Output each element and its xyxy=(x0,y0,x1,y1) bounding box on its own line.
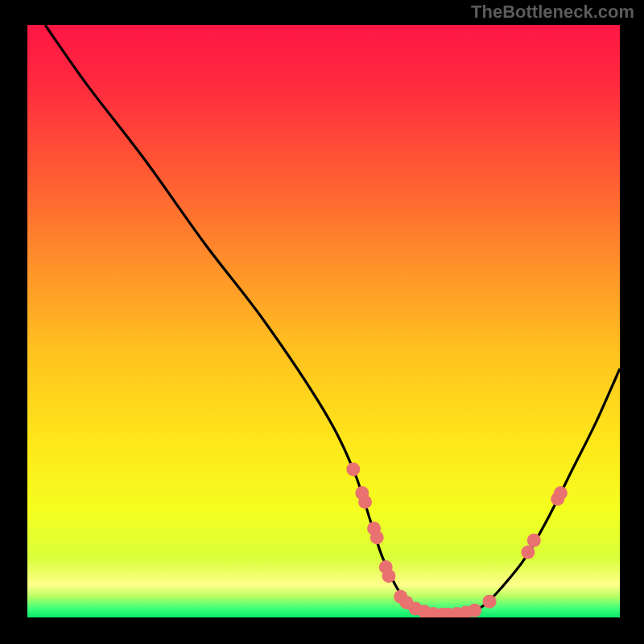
data-marker xyxy=(483,595,497,609)
data-marker xyxy=(382,569,395,583)
gradient-rect xyxy=(27,25,620,617)
watermark-label: TheBottleneck.com xyxy=(471,2,634,23)
chart-root: TheBottleneck.com xyxy=(0,0,644,644)
chart-svg xyxy=(27,25,620,617)
data-marker xyxy=(358,495,372,509)
data-marker xyxy=(370,530,384,544)
data-marker xyxy=(468,604,481,617)
data-marker xyxy=(521,546,535,559)
data-marker xyxy=(554,486,568,500)
plot-area xyxy=(27,25,620,617)
data-marker xyxy=(527,534,541,547)
data-marker xyxy=(346,463,360,477)
